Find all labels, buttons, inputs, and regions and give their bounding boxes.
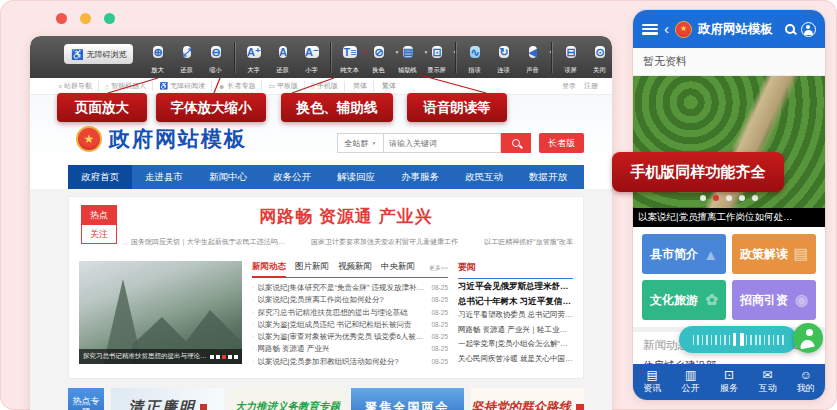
tab-news[interactable]: 视频新闻	[338, 261, 372, 273]
carousel-dot[interactable]	[210, 355, 214, 359]
carousel-dot[interactable]	[739, 195, 745, 201]
search-icon[interactable]	[785, 20, 795, 38]
toolbar-button[interactable]: ∿ 指读	[461, 41, 488, 75]
maximize-window-button[interactable]	[104, 13, 115, 24]
back-icon[interactable]: ‹	[664, 21, 669, 36]
toolbar-button[interactable]: ⊙ 关闭	[586, 41, 612, 75]
tab-news[interactable]: 图片新闻	[295, 261, 329, 273]
site-logo[interactable]: ★ 政府网站模板	[76, 125, 247, 153]
utility-link[interactable]: 简体	[345, 81, 374, 91]
toolbar-button[interactable]: ▤ ▼ 辅助线	[394, 41, 421, 75]
nav-item[interactable]: 办事服务	[388, 165, 452, 189]
toolbar-button[interactable]: ⊟ 读屏	[557, 41, 584, 75]
voice-assistant-button[interactable]	[793, 323, 823, 353]
mobile-nav-item[interactable]: ▥ 公开	[671, 364, 709, 400]
hot-headline[interactable]: 网路畅 资源通 产业兴	[79, 205, 573, 228]
toolbar-button[interactable]: ⊘ ▼ 换色	[365, 41, 392, 75]
mobile-nav-item[interactable]: ⊡ 服务	[710, 364, 748, 400]
tab-news-active[interactable]: 新闻动态	[252, 261, 286, 273]
news-list-item[interactable]: · 以案说纪|党员参加邪教组织活动如何处分? 08-25	[252, 356, 448, 368]
carousel-dot-active[interactable]	[222, 355, 226, 359]
nav-item[interactable]: 专题专栏	[580, 165, 612, 189]
news-list-item[interactable]: · 以案为鉴|党组成员违纪 书记和纪检组长被问责 08-25	[252, 319, 448, 331]
carousel-dot[interactable]	[216, 355, 220, 359]
utility-link[interactable]: ☻ 长者专题	[212, 81, 262, 91]
news-list-item[interactable]: · 探究习总书记精准扶贫思想的提出与理论基础 08-25	[252, 307, 448, 319]
search-input[interactable]	[383, 133, 501, 153]
register-link[interactable]: 注册	[584, 81, 598, 91]
news-list-item[interactable]: · 以案为鉴|审查对象被评为优秀党员 镇党委6人被问责 08-25	[252, 331, 448, 343]
special-banner[interactable]: 聚焦全国两会	[351, 388, 464, 410]
nav-item[interactable]: 走进县市	[132, 165, 196, 189]
news-list-item[interactable]: · 以案说纪|党员擅离工作岗位如何处分? 08-25	[252, 294, 448, 306]
toolbar-button[interactable]: T≡ 纯文本	[336, 41, 363, 75]
toolbar-button[interactable]: ⤢ 还原	[173, 41, 200, 75]
mobile-nav-item[interactable]: ✉ 互动	[748, 364, 786, 400]
carousel-dot[interactable]	[700, 195, 706, 201]
news-date: 08-25	[431, 356, 448, 368]
toolbar-button[interactable]: ↻ 连读	[490, 41, 517, 75]
mobile-tile[interactable]: 招商引资 ◉	[732, 280, 816, 320]
special-banner[interactable]: 坚持党的群众路线	[471, 388, 584, 410]
news-title: 网路畅 资源通 产业兴	[258, 343, 428, 355]
toolbar-button[interactable]: ⊕ 放大	[144, 41, 171, 75]
nav-item[interactable]: 数据开放	[516, 165, 580, 189]
toolbar-button[interactable]: A⁺ 大字	[240, 41, 267, 75]
elder-version-button[interactable]: 长者版	[539, 133, 584, 153]
toolbar-button[interactable]: ⊖ 缩小	[202, 41, 229, 75]
carousel-dot-active[interactable]	[713, 195, 719, 201]
news-list-item[interactable]: · 网路畅 资源通 产业兴 08-25	[252, 343, 448, 355]
nav-item[interactable]: 解读回应	[324, 165, 388, 189]
toolbar-button[interactable]: A 还原	[269, 41, 296, 75]
brief-item[interactable]: 关心民间疾苦冷暖 就是关心中国经济冷暖	[458, 352, 573, 367]
utility-link[interactable]: ♿ 无障碍阅读	[153, 81, 212, 91]
news-list-item[interactable]: · 以案说纪|集体研究不是“免责金牌” 违规发放津补贴被… 08-25	[252, 282, 448, 294]
mobile-carousel-caption[interactable]: 以案说纪|党员擅离工作岗位如何处…	[633, 208, 825, 227]
brief-item[interactable]: 习近平看望政协委员 总书记同劳动人民在一起	[458, 308, 573, 323]
mobile-tile[interactable]: 政策解读 ▤	[732, 234, 816, 274]
search-button[interactable]	[501, 133, 531, 153]
news-carousel[interactable]: 探究习总书记精准扶贫思想的提出与理论基础	[79, 261, 242, 364]
utility-link[interactable]: ▭ 平板版	[262, 81, 305, 91]
hot-link[interactable]: 国家卫计委要求加强关爱农村留守儿童健康工作	[311, 237, 458, 247]
carousel-dot[interactable]	[234, 355, 238, 359]
utility-link[interactable]: ▯ 手机版	[305, 81, 345, 91]
more-link[interactable]: 更多>>	[429, 264, 448, 273]
toolbar-button[interactable]: A⁻ 小字	[298, 41, 325, 75]
brief-item-bold[interactable]: 总书记十年树木 习近平复信希腊学者	[458, 294, 573, 309]
mobile-tile[interactable]: 县市简介 ▲	[642, 234, 726, 274]
nav-item[interactable]: 政务公开	[260, 165, 324, 189]
carousel-dot[interactable]	[726, 195, 732, 201]
nav-item[interactable]: 政民互动	[452, 165, 516, 189]
mobile-nav-item[interactable]: ▤ 资讯	[633, 364, 671, 400]
mobile-nav-item[interactable]: ☺ 我的	[787, 364, 825, 400]
utility-link[interactable]: 繁体	[374, 81, 402, 91]
search-scope-select[interactable]: 全站群 ▼	[337, 133, 383, 153]
toolbar-button[interactable]: ⊡ ▼ 显示屏	[423, 41, 450, 75]
menu-icon[interactable]	[642, 24, 658, 35]
utility-link[interactable]: ⌂ 智能机器人	[99, 81, 153, 91]
callout-voice-reading: 语音朗读等	[407, 93, 507, 122]
nav-item[interactable]: 政府首页	[68, 165, 132, 189]
minimize-window-button[interactable]	[80, 13, 91, 24]
login-link[interactable]: 登录	[562, 81, 576, 91]
accessibility-toggle-button[interactable]: ♿ 无障碍浏览	[64, 44, 133, 64]
carousel-dot[interactable]	[228, 355, 232, 359]
user-icon[interactable]	[801, 22, 816, 37]
hot-link[interactable]: 以工匠精神抓好“放管服”改革	[484, 237, 573, 247]
toolbar-button[interactable]: ◀ ▼ 声音	[519, 41, 546, 75]
brief-item[interactable]: 网路畅 资源通 产业兴｜轻工业调整和振兴规划	[458, 323, 573, 338]
brief-item-bold[interactable]: 习近平会见俄罗斯总理米舒斯京	[458, 279, 573, 294]
hot-link[interactable]: 国务院回应关切｜大学生起薪低于农民工违法吗…	[131, 237, 285, 247]
close-window-button[interactable]	[56, 13, 67, 24]
utility-link[interactable]: ≡ 站群导航	[52, 81, 99, 91]
special-banner[interactable]: 清正廉明	[111, 388, 224, 410]
mobile-tile[interactable]: 文化旅游 ✿	[642, 280, 726, 320]
special-banner[interactable]: 大力推进义务教育专题	[231, 388, 344, 410]
brief-item[interactable]: 一起学党章|党员小组会怎么解“共产主义渺茫论”	[458, 337, 573, 352]
audio-player[interactable]	[679, 326, 797, 353]
nav-item[interactable]: 新闻中心	[196, 165, 260, 189]
carousel-dot[interactable]	[752, 195, 758, 201]
news-list-column: 新闻动态 图片新闻 视频新闻 中央新闻 更多>> · 以案说纪|集体研究不	[252, 261, 448, 368]
tab-news[interactable]: 中央新闻	[381, 261, 415, 273]
